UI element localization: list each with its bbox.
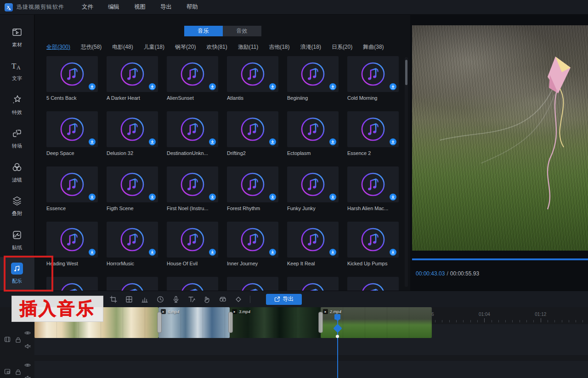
speed-icon[interactable] [156,295,164,304]
music-track-card[interactable]: Harsh Alien Mac... [347,166,399,222]
download-badge-icon[interactable] [269,194,276,200]
download-badge-icon[interactable] [329,138,336,145]
music-track-card[interactable]: Funky Junky [287,166,339,222]
menu-item[interactable]: 视图 [134,3,146,11]
category-filter[interactable]: 电影(48) [112,43,133,51]
crop-icon[interactable] [109,295,118,304]
clip-trim-handle[interactable] [157,312,162,333]
download-badge-icon[interactable] [209,138,216,145]
category-filter[interactable]: 激励(11) [238,43,258,51]
sidebar-item-overlay[interactable]: 叠附 [0,189,34,223]
music-track-card[interactable] [347,277,399,291]
record-icon[interactable] [172,295,180,304]
music-track-card[interactable]: Keep It Real [287,222,339,277]
download-badge-icon[interactable] [269,83,276,90]
download-badge-icon[interactable] [329,249,336,256]
film-icon[interactable] [219,295,227,304]
menu-item[interactable]: 文件 [82,3,93,11]
music-track-card[interactable] [287,277,339,291]
music-track-card[interactable]: A Darker Heart [107,56,158,111]
download-badge-icon[interactable] [390,138,396,145]
music-track-card[interactable]: Delusion 32 [107,111,158,166]
download-badge-icon[interactable] [209,194,216,200]
track2-mute-icon[interactable] [24,374,31,378]
music-track-card[interactable]: AlienSunset [167,56,218,111]
download-badge-icon[interactable] [149,138,156,145]
export-button[interactable]: 导出 [266,294,302,305]
download-badge-icon[interactable] [209,249,216,256]
music-track-card[interactable] [46,277,98,291]
download-badge-icon[interactable] [149,83,156,90]
tab-sound-effects[interactable]: 音效 [223,26,261,36]
playback-progress-bar[interactable] [412,258,588,260]
music-track-card[interactable]: Cold Morning [347,56,399,111]
music-track-card[interactable]: House Of Evil [167,222,218,277]
category-filter[interactable]: 舞曲(38) [363,43,384,51]
download-badge-icon[interactable] [209,83,216,90]
effects-hand-icon[interactable] [203,295,211,304]
timeline-clip[interactable]: ▸6.mp4 [158,307,230,338]
download-badge-icon[interactable] [89,194,96,200]
download-badge-icon[interactable] [390,83,396,90]
tab-music[interactable]: 音乐 [184,26,223,36]
clip-trim-handle[interactable] [318,312,323,333]
music-track-card[interactable]: Heading West [46,222,98,277]
pip-track-lane[interactable] [34,361,588,378]
category-filter[interactable]: 浪漫(18) [300,43,321,51]
music-track-card[interactable]: Figth Scene [107,166,158,222]
music-track-card[interactable]: Ectoplasm [287,111,339,166]
download-badge-icon[interactable] [329,194,336,200]
scrollbar-thumb[interactable] [405,60,407,85]
category-filter[interactable]: 悲伤(58) [81,43,102,51]
category-filter[interactable]: 日系(20) [332,43,352,51]
scrollbar[interactable] [405,57,408,287]
music-track-card[interactable]: Deep Space [46,111,98,166]
music-track-card[interactable]: DestinationUnkn... [167,111,218,166]
sidebar-item-sticker[interactable]: 贴纸 [0,223,34,257]
music-track-card[interactable]: 5 Cents Back [46,56,98,111]
download-badge-icon[interactable] [269,138,276,145]
sidebar-item-transition[interactable]: 转场 [0,122,34,156]
download-badge-icon[interactable] [89,138,96,145]
menu-item[interactable]: 帮助 [187,3,198,11]
category-filter[interactable]: 欢快(81) [206,43,227,51]
audio-chart-icon[interactable] [141,295,149,304]
music-track-card[interactable]: Essence 2 [347,111,399,166]
sidebar-item-media[interactable]: 素材 [0,20,34,54]
track1-lock-icon[interactable] [14,336,22,344]
download-badge-icon[interactable] [89,249,96,256]
music-track-card[interactable]: Drifting2 [227,111,278,166]
track2-lock-icon[interactable] [14,368,22,376]
category-filter[interactable]: 全部(300) [46,43,70,51]
music-track-card[interactable] [107,277,158,291]
download-badge-icon[interactable] [329,83,336,90]
download-badge-icon[interactable] [149,194,156,200]
track1-mute-icon[interactable] [24,343,31,350]
category-filter[interactable]: 钢琴(20) [175,43,196,51]
music-track-card[interactable]: First Noel (Instru... [167,166,218,222]
category-filter[interactable]: 吉他(18) [269,43,289,51]
download-badge-icon[interactable] [89,83,96,90]
music-track-card[interactable]: Forest Rhythm [227,166,278,222]
download-badge-icon[interactable] [269,249,276,256]
sidebar-item-filter[interactable]: 滤镜 [0,155,34,189]
download-badge-icon[interactable] [149,249,156,256]
track2-visibility-eye-icon[interactable] [24,361,31,369]
track1-visibility-eye-icon[interactable] [24,329,31,337]
keyframe-icon[interactable] [234,295,243,304]
clip-trim-handle[interactable] [228,312,233,333]
menu-item[interactable]: 导出 [160,3,172,11]
timeline-clip[interactable]: ▸3.mp4 [230,307,321,338]
music-track-card[interactable] [167,277,218,291]
music-track-card[interactable]: Atlantis [227,56,278,111]
menu-item[interactable]: 编辑 [108,3,119,11]
download-badge-icon[interactable] [390,194,396,200]
playhead-handle[interactable] [334,314,340,320]
music-track-card[interactable]: Essence [46,166,98,222]
music-track-card[interactable]: HorrorMusic [107,222,158,277]
mosaic-icon[interactable] [125,295,133,304]
subtitle-icon[interactable] [187,295,196,304]
sidebar-item-effects[interactable]: 特效 [0,88,34,122]
category-filter[interactable]: 儿童(18) [144,43,164,51]
sidebar-item-text[interactable]: TA 文字 [0,54,34,88]
